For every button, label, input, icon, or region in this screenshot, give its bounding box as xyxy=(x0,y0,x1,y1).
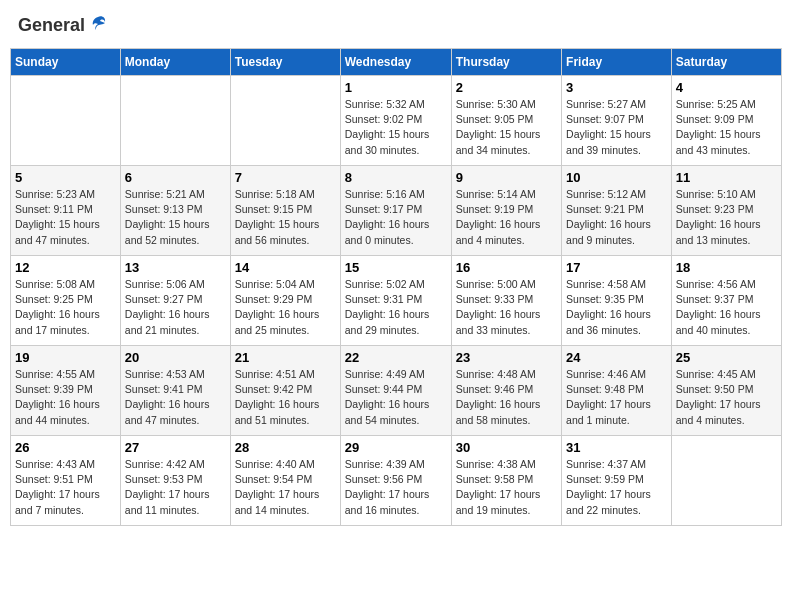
day-info: Sunrise: 4:58 AMSunset: 9:35 PMDaylight:… xyxy=(566,277,667,338)
calendar-cell: 15Sunrise: 5:02 AMSunset: 9:31 PMDayligh… xyxy=(340,256,451,346)
day-info: Sunrise: 4:46 AMSunset: 9:48 PMDaylight:… xyxy=(566,367,667,428)
calendar-week-row: 26Sunrise: 4:43 AMSunset: 9:51 PMDayligh… xyxy=(11,436,782,526)
column-header-friday: Friday xyxy=(562,49,672,76)
day-info: Sunrise: 4:56 AMSunset: 9:37 PMDaylight:… xyxy=(676,277,777,338)
column-header-tuesday: Tuesday xyxy=(230,49,340,76)
day-number: 22 xyxy=(345,350,447,365)
day-number: 7 xyxy=(235,170,336,185)
day-number: 26 xyxy=(15,440,116,455)
calendar-cell: 19Sunrise: 4:55 AMSunset: 9:39 PMDayligh… xyxy=(11,346,121,436)
day-number: 16 xyxy=(456,260,557,275)
calendar-cell: 8Sunrise: 5:16 AMSunset: 9:17 PMDaylight… xyxy=(340,166,451,256)
day-info: Sunrise: 5:27 AMSunset: 9:07 PMDaylight:… xyxy=(566,97,667,158)
day-number: 10 xyxy=(566,170,667,185)
calendar-cell: 24Sunrise: 4:46 AMSunset: 9:48 PMDayligh… xyxy=(562,346,672,436)
calendar-cell: 28Sunrise: 4:40 AMSunset: 9:54 PMDayligh… xyxy=(230,436,340,526)
day-info: Sunrise: 5:14 AMSunset: 9:19 PMDaylight:… xyxy=(456,187,557,248)
day-number: 6 xyxy=(125,170,226,185)
calendar-cell: 5Sunrise: 5:23 AMSunset: 9:11 PMDaylight… xyxy=(11,166,121,256)
page-header: General xyxy=(10,10,782,40)
day-number: 27 xyxy=(125,440,226,455)
day-number: 18 xyxy=(676,260,777,275)
column-header-wednesday: Wednesday xyxy=(340,49,451,76)
calendar-cell: 7Sunrise: 5:18 AMSunset: 9:15 PMDaylight… xyxy=(230,166,340,256)
day-number: 17 xyxy=(566,260,667,275)
calendar-cell: 14Sunrise: 5:04 AMSunset: 9:29 PMDayligh… xyxy=(230,256,340,346)
calendar-cell xyxy=(120,76,230,166)
day-number: 21 xyxy=(235,350,336,365)
day-info: Sunrise: 5:00 AMSunset: 9:33 PMDaylight:… xyxy=(456,277,557,338)
day-info: Sunrise: 4:51 AMSunset: 9:42 PMDaylight:… xyxy=(235,367,336,428)
day-number: 25 xyxy=(676,350,777,365)
day-number: 8 xyxy=(345,170,447,185)
day-number: 9 xyxy=(456,170,557,185)
calendar-cell xyxy=(11,76,121,166)
logo-bird-icon xyxy=(87,14,109,36)
day-number: 2 xyxy=(456,80,557,95)
calendar-cell: 23Sunrise: 4:48 AMSunset: 9:46 PMDayligh… xyxy=(451,346,561,436)
calendar-cell: 31Sunrise: 4:37 AMSunset: 9:59 PMDayligh… xyxy=(562,436,672,526)
logo-general-text: General xyxy=(18,15,85,36)
day-number: 29 xyxy=(345,440,447,455)
calendar-cell: 12Sunrise: 5:08 AMSunset: 9:25 PMDayligh… xyxy=(11,256,121,346)
day-info: Sunrise: 4:42 AMSunset: 9:53 PMDaylight:… xyxy=(125,457,226,518)
day-info: Sunrise: 4:48 AMSunset: 9:46 PMDaylight:… xyxy=(456,367,557,428)
day-number: 19 xyxy=(15,350,116,365)
day-info: Sunrise: 4:53 AMSunset: 9:41 PMDaylight:… xyxy=(125,367,226,428)
calendar-cell: 4Sunrise: 5:25 AMSunset: 9:09 PMDaylight… xyxy=(671,76,781,166)
column-header-thursday: Thursday xyxy=(451,49,561,76)
day-number: 5 xyxy=(15,170,116,185)
calendar-cell: 18Sunrise: 4:56 AMSunset: 9:37 PMDayligh… xyxy=(671,256,781,346)
calendar-cell: 26Sunrise: 4:43 AMSunset: 9:51 PMDayligh… xyxy=(11,436,121,526)
day-info: Sunrise: 4:40 AMSunset: 9:54 PMDaylight:… xyxy=(235,457,336,518)
day-number: 4 xyxy=(676,80,777,95)
day-info: Sunrise: 5:18 AMSunset: 9:15 PMDaylight:… xyxy=(235,187,336,248)
calendar-cell: 29Sunrise: 4:39 AMSunset: 9:56 PMDayligh… xyxy=(340,436,451,526)
calendar-header-row: SundayMondayTuesdayWednesdayThursdayFrid… xyxy=(11,49,782,76)
day-info: Sunrise: 4:55 AMSunset: 9:39 PMDaylight:… xyxy=(15,367,116,428)
day-number: 23 xyxy=(456,350,557,365)
day-info: Sunrise: 4:38 AMSunset: 9:58 PMDaylight:… xyxy=(456,457,557,518)
column-header-sunday: Sunday xyxy=(11,49,121,76)
day-info: Sunrise: 5:30 AMSunset: 9:05 PMDaylight:… xyxy=(456,97,557,158)
calendar-cell: 22Sunrise: 4:49 AMSunset: 9:44 PMDayligh… xyxy=(340,346,451,436)
day-number: 28 xyxy=(235,440,336,455)
day-info: Sunrise: 5:23 AMSunset: 9:11 PMDaylight:… xyxy=(15,187,116,248)
calendar-cell: 21Sunrise: 4:51 AMSunset: 9:42 PMDayligh… xyxy=(230,346,340,436)
day-number: 24 xyxy=(566,350,667,365)
day-info: Sunrise: 5:16 AMSunset: 9:17 PMDaylight:… xyxy=(345,187,447,248)
day-number: 15 xyxy=(345,260,447,275)
day-number: 20 xyxy=(125,350,226,365)
day-number: 30 xyxy=(456,440,557,455)
column-header-saturday: Saturday xyxy=(671,49,781,76)
day-info: Sunrise: 5:32 AMSunset: 9:02 PMDaylight:… xyxy=(345,97,447,158)
day-info: Sunrise: 5:21 AMSunset: 9:13 PMDaylight:… xyxy=(125,187,226,248)
calendar-cell: 25Sunrise: 4:45 AMSunset: 9:50 PMDayligh… xyxy=(671,346,781,436)
calendar-week-row: 5Sunrise: 5:23 AMSunset: 9:11 PMDaylight… xyxy=(11,166,782,256)
calendar-cell xyxy=(230,76,340,166)
calendar-cell: 6Sunrise: 5:21 AMSunset: 9:13 PMDaylight… xyxy=(120,166,230,256)
calendar-cell: 10Sunrise: 5:12 AMSunset: 9:21 PMDayligh… xyxy=(562,166,672,256)
day-info: Sunrise: 5:04 AMSunset: 9:29 PMDaylight:… xyxy=(235,277,336,338)
day-info: Sunrise: 4:39 AMSunset: 9:56 PMDaylight:… xyxy=(345,457,447,518)
day-number: 13 xyxy=(125,260,226,275)
day-info: Sunrise: 5:10 AMSunset: 9:23 PMDaylight:… xyxy=(676,187,777,248)
calendar-table: SundayMondayTuesdayWednesdayThursdayFrid… xyxy=(10,48,782,526)
calendar-cell: 3Sunrise: 5:27 AMSunset: 9:07 PMDaylight… xyxy=(562,76,672,166)
calendar-cell: 1Sunrise: 5:32 AMSunset: 9:02 PMDaylight… xyxy=(340,76,451,166)
calendar-week-row: 19Sunrise: 4:55 AMSunset: 9:39 PMDayligh… xyxy=(11,346,782,436)
day-info: Sunrise: 5:12 AMSunset: 9:21 PMDaylight:… xyxy=(566,187,667,248)
day-number: 31 xyxy=(566,440,667,455)
day-number: 3 xyxy=(566,80,667,95)
calendar-week-row: 12Sunrise: 5:08 AMSunset: 9:25 PMDayligh… xyxy=(11,256,782,346)
calendar-cell: 16Sunrise: 5:00 AMSunset: 9:33 PMDayligh… xyxy=(451,256,561,346)
day-number: 12 xyxy=(15,260,116,275)
calendar-cell: 9Sunrise: 5:14 AMSunset: 9:19 PMDaylight… xyxy=(451,166,561,256)
day-info: Sunrise: 4:45 AMSunset: 9:50 PMDaylight:… xyxy=(676,367,777,428)
day-info: Sunrise: 4:49 AMSunset: 9:44 PMDaylight:… xyxy=(345,367,447,428)
day-info: Sunrise: 4:37 AMSunset: 9:59 PMDaylight:… xyxy=(566,457,667,518)
calendar-cell: 11Sunrise: 5:10 AMSunset: 9:23 PMDayligh… xyxy=(671,166,781,256)
calendar-cell xyxy=(671,436,781,526)
day-number: 11 xyxy=(676,170,777,185)
calendar-cell: 17Sunrise: 4:58 AMSunset: 9:35 PMDayligh… xyxy=(562,256,672,346)
